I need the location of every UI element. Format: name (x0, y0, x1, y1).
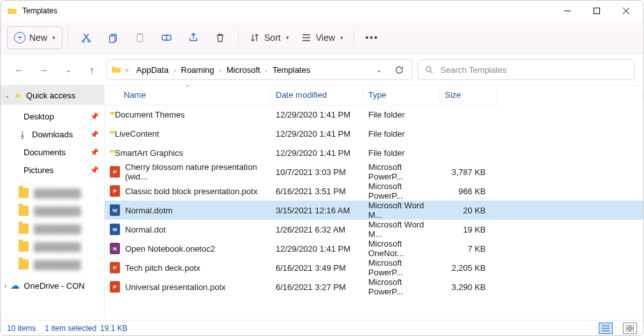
search-box[interactable] (417, 59, 634, 80)
delete-icon (214, 32, 226, 43)
column-type[interactable]: Type (363, 86, 440, 105)
details-view-button[interactable] (599, 323, 613, 334)
svg-rect-14 (626, 325, 629, 328)
window-title: Templates (22, 6, 553, 15)
ppt-icon: P (110, 185, 120, 197)
cut-button[interactable] (73, 26, 99, 49)
svg-rect-16 (626, 329, 629, 332)
file-list-pane[interactable]: Name⌃ Date modified Type Size Document T… (105, 86, 643, 320)
recent-button[interactable]: ⌄ (58, 60, 77, 79)
file-row[interactable]: WNormal.dot1/26/2021 6:32 AMMicrosoft Wo… (105, 220, 643, 239)
file-name: SmartArt Graphics (115, 148, 183, 158)
star-icon: ★ (14, 91, 22, 100)
share-button[interactable] (181, 26, 206, 49)
file-name: Universal presentation.potx (125, 282, 226, 292)
breadcrumb-appdata[interactable]: AppData (133, 63, 173, 77)
file-row[interactable]: WNormal.dotm3/15/2021 12:16 AMMicrosoft … (105, 201, 643, 220)
breadcrumb-templates[interactable]: Templates (269, 63, 314, 77)
thumbnails-view-button[interactable] (623, 323, 637, 334)
sidebar-item-documents[interactable]: Documents📌 (1, 143, 104, 161)
minimize-button[interactable] (553, 1, 582, 21)
forward-button[interactable]: → (34, 60, 53, 79)
new-button[interactable]: + New ▾ (7, 26, 63, 49)
file-row[interactable]: PClassic bold block presentation.potx6/1… (105, 181, 643, 201)
divider (238, 30, 239, 45)
view-button[interactable]: View ▾ (296, 26, 348, 49)
pin-icon: 📌 (90, 130, 99, 139)
sidebar-item-redacted[interactable]: ████████ (1, 220, 104, 238)
chevron-down-icon: ▾ (286, 34, 289, 41)
svg-point-5 (88, 40, 90, 42)
paste-icon (134, 32, 146, 43)
onedrive-item[interactable]: › ☁ OneDrive - CON (1, 276, 104, 295)
refresh-button[interactable] (390, 61, 408, 79)
share-icon (188, 32, 199, 43)
up-button[interactable]: ↑ (82, 60, 101, 79)
more-button[interactable]: ••• (359, 26, 385, 49)
file-name: Cherry blossom nature presentation (wid.… (125, 162, 266, 181)
status-item-count: 10 items (7, 324, 36, 333)
back-button[interactable]: ← (10, 60, 29, 79)
file-name: Classic bold block presentation.potx (125, 187, 257, 196)
file-row[interactable]: SmartArt Graphics12/29/2020 1:41 PMFile … (105, 143, 643, 162)
sidebar-item-pictures[interactable]: Pictures📌 (1, 161, 104, 179)
svg-point-4 (82, 40, 84, 42)
file-size (440, 143, 497, 162)
file-name: Normal.dot (125, 225, 166, 234)
close-button[interactable] (611, 1, 641, 21)
file-row[interactable]: PUniversal presentation.potx6/16/2021 3:… (105, 277, 643, 296)
file-type: Microsoft Word M... (363, 201, 440, 220)
rename-button[interactable] (154, 26, 179, 49)
file-name: Normal.dotm (125, 206, 172, 215)
search-input[interactable] (440, 65, 627, 75)
maximize-button[interactable] (582, 1, 611, 21)
sidebar-item-label: ████████ (34, 260, 81, 270)
file-date: 12/29/2020 1:41 PM (271, 124, 363, 143)
history-dropdown-button[interactable]: ⌄ (370, 61, 387, 79)
file-type: Microsoft PowerP... (363, 258, 440, 277)
paste-button[interactable] (127, 26, 153, 49)
download-icon: ⭳ (19, 130, 27, 139)
file-date: 1/26/2021 6:32 AM (271, 220, 363, 239)
quick-access-label: Quick access (26, 91, 75, 100)
file-size (440, 124, 497, 143)
file-row[interactable]: LiveContent12/29/2020 1:41 PMFile folder (105, 124, 643, 143)
sidebar-item-desktop[interactable]: Desktop📌 (1, 107, 104, 125)
address-bar[interactable]: « AppData›Roaming›Microsoft›Templates ⌄ (107, 59, 412, 80)
chevron-down-icon: ⌄ (66, 66, 71, 73)
sidebar-item-downloads[interactable]: ⭳Downloads📌 (1, 125, 104, 143)
sort-button[interactable]: Sort ▾ (244, 26, 294, 49)
sort-indicator-icon: ⌃ (185, 86, 190, 91)
sidebar-item-redacted[interactable]: ████████ (1, 256, 104, 273)
onedrive-label: OneDrive - CON (24, 281, 84, 291)
file-type: File folder (363, 105, 440, 124)
sidebar-item-label: ████████ (34, 188, 81, 198)
column-size[interactable]: Size (440, 86, 497, 105)
svg-rect-17 (631, 329, 634, 332)
breadcrumb-microsoft[interactable]: Microsoft (223, 63, 264, 77)
sidebar-item-redacted[interactable]: ████████ (1, 238, 104, 256)
file-row[interactable]: PCherry blossom nature presentation (wid… (105, 162, 643, 181)
quick-access-header[interactable]: ⌄ ★ Quick access (1, 86, 104, 105)
sidebar-item-redacted[interactable]: ████████ (1, 184, 104, 202)
pin-icon: 📌 (90, 148, 99, 157)
file-row[interactable]: Document Themes12/29/2020 1:41 PMFile fo… (105, 105, 643, 124)
sort-icon (249, 32, 260, 43)
copy-button[interactable] (100, 26, 126, 49)
thumbnails-icon (626, 325, 634, 332)
folder-icon (19, 188, 29, 198)
view-label: View (316, 33, 335, 43)
sidebar-item-redacted[interactable]: ████████ (1, 202, 104, 220)
file-type: Microsoft PowerP... (363, 181, 440, 201)
file-date: 6/16/2021 3:49 PM (271, 258, 363, 277)
chevron-down-icon: ⌄ (376, 66, 382, 74)
file-row[interactable]: NOpen Notebook.onetoc212/29/2020 1:41 PM… (105, 239, 643, 258)
column-name[interactable]: Name⌃ (105, 86, 271, 105)
delete-button[interactable] (207, 26, 233, 49)
file-type: File folder (363, 143, 440, 162)
column-date[interactable]: Date modified (271, 86, 363, 105)
ppt-icon: P (110, 262, 120, 273)
file-row[interactable]: PTech pitch deck.potx6/16/2021 3:49 PMMi… (105, 258, 643, 277)
breadcrumb-roaming[interactable]: Roaming (177, 63, 218, 77)
refresh-icon (394, 65, 404, 75)
